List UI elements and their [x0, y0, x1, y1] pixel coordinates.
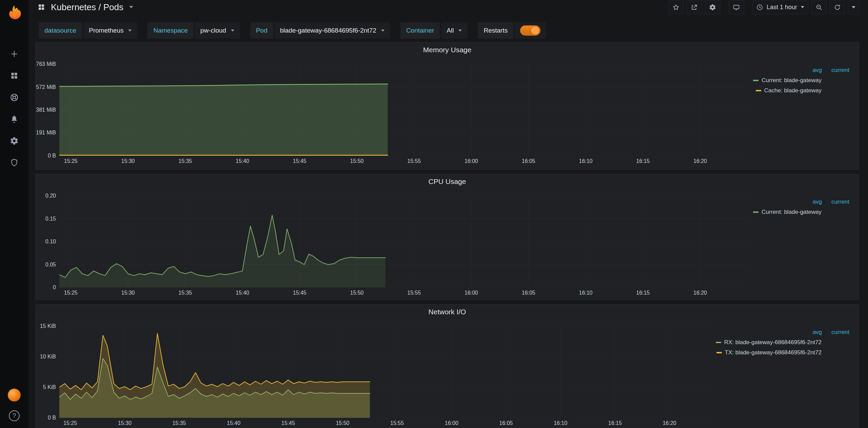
variable-label: Namespace	[147, 22, 193, 39]
x-tick-label: 16:10	[579, 158, 592, 164]
variable-pod: Pod blade-gateway-68684695f6-2nt72	[250, 22, 390, 39]
y-tick-label: 15 KiB	[40, 323, 56, 329]
variable-value-dropdown[interactable]: Prometheus	[83, 22, 137, 39]
restarts-toggle[interactable]	[520, 25, 540, 36]
star-button[interactable]	[668, 0, 684, 14]
chevron-down-icon	[381, 29, 385, 32]
legend-headers: avgcurrent	[717, 329, 849, 336]
help-icon[interactable]: ?	[9, 410, 20, 421]
x-tick-label: 15:40	[236, 158, 249, 164]
share-button[interactable]	[687, 0, 702, 14]
x-tick-label: 16:15	[636, 290, 650, 296]
legend-series[interactable]: RX: blade-gateway-68684695f6-2nt72	[717, 339, 849, 346]
zoom-out-button[interactable]	[811, 0, 827, 14]
toggle-knob	[531, 26, 539, 35]
x-tick-label: 15:35	[178, 158, 192, 164]
explore-icon[interactable]	[9, 92, 19, 103]
variable-container: Container All	[400, 22, 468, 39]
legend-sort-current[interactable]: current	[831, 199, 849, 205]
x-axis: 15:2515:3015:3515:4015:4515:5015:5516:00…	[59, 418, 713, 428]
network-io-graph[interactable]	[59, 326, 713, 418]
chevron-down-icon[interactable]	[129, 5, 134, 9]
user-avatar[interactable]	[8, 389, 21, 402]
legend-sort-avg[interactable]: avg	[813, 329, 822, 336]
create-icon[interactable]	[9, 49, 19, 59]
configuration-gear-icon[interactable]	[9, 136, 19, 146]
legend-sort-avg[interactable]: avg	[813, 199, 822, 205]
x-tick-label: 15:55	[390, 420, 404, 426]
series-color-icon	[753, 80, 758, 81]
variable-value-dropdown[interactable]: blade-gateway-68684695f6-2nt72	[275, 22, 390, 39]
time-picker-button[interactable]: Last 1 hour	[752, 0, 808, 14]
x-tick-label: 16:00	[465, 158, 478, 164]
legend: avgcurrentCurrent: blade-gatewayCache: b…	[746, 57, 859, 94]
template-variables-row: datasource Prometheus Namespace pw-cloud…	[28, 14, 868, 39]
navbar-actions: Last 1 hour	[668, 0, 859, 14]
variable-datasource: datasource Prometheus	[39, 22, 137, 39]
network-io-panel: Network I/O 0 B5 KiB10 KiB15 KiB 15:2515…	[35, 304, 859, 428]
dashboard-title[interactable]: Kubernetes / Pods	[51, 2, 123, 13]
panel-body: 0 B5 KiB10 KiB15 KiB 15:2515:3015:3515:4…	[36, 319, 859, 428]
dashboards-icon[interactable]	[9, 71, 19, 81]
chevron-down-icon	[128, 29, 132, 32]
x-tick-label: 16:05	[522, 290, 535, 296]
x-tick-label: 15:30	[121, 158, 135, 164]
y-tick-label: 572 MiB	[36, 84, 56, 90]
x-tick-label: 15:25	[64, 290, 78, 296]
dashboard-panels: Memory Usage 0 B191 MiB381 MiB572 MiB763…	[28, 39, 868, 428]
x-tick-label: 16:15	[636, 158, 650, 164]
variable-restarts: Restarts	[478, 22, 546, 39]
x-tick-label: 15:30	[118, 420, 132, 426]
cycle-view-monitor-icon[interactable]	[729, 0, 744, 14]
main-area: Kubernetes / Pods	[28, 0, 868, 428]
y-axis: 00.050.100.150.20	[36, 196, 59, 287]
variable-value: Prometheus	[89, 27, 123, 34]
panel-title[interactable]: CPU Usage	[36, 174, 859, 189]
x-tick-label: 15:50	[350, 158, 363, 164]
variable-value: All	[447, 27, 454, 34]
series-color-icon	[756, 90, 761, 91]
x-tick-label: 16:10	[579, 290, 592, 296]
chevron-down-icon	[801, 6, 805, 8]
x-tick-label: 15:25	[64, 158, 78, 164]
y-tick-label: 0.10	[45, 239, 56, 245]
x-tick-label: 15:45	[293, 290, 307, 296]
help-glyph: ?	[13, 412, 16, 420]
sidebar-bottom: ?	[8, 389, 21, 421]
variable-namespace: Namespace pw-cloud	[147, 22, 240, 39]
x-tick-label: 15:55	[407, 158, 421, 164]
variable-value-dropdown[interactable]: pw-cloud	[195, 22, 240, 39]
x-tick-label: 15:50	[350, 290, 363, 296]
legend-sort-avg[interactable]: avg	[813, 67, 822, 74]
variable-label: Container	[400, 22, 440, 39]
server-admin-shield-icon[interactable]	[9, 157, 19, 168]
refresh-button[interactable]	[829, 0, 845, 14]
x-tick-label: 16:05	[499, 420, 513, 426]
y-axis: 0 B191 MiB381 MiB572 MiB763 MiB	[36, 64, 59, 156]
legend-sort-current[interactable]: current	[831, 67, 849, 74]
legend-series[interactable]: Current: blade-gateway	[750, 209, 849, 216]
cpu-chart-canvas	[59, 196, 746, 287]
variable-value-dropdown[interactable]: All	[441, 22, 468, 39]
legend-sort-current[interactable]: current	[831, 329, 849, 336]
memory-usage-graph[interactable]	[59, 64, 746, 156]
restarts-toggle-wrap	[515, 22, 546, 39]
breadcrumb: Kubernetes / Pods	[37, 2, 134, 13]
panel-title[interactable]: Network I/O	[36, 304, 859, 319]
x-tick-label: 16:10	[554, 420, 567, 426]
panel-title[interactable]: Memory Usage	[36, 42, 859, 57]
dashboard-settings-button[interactable]	[705, 0, 721, 14]
legend-series[interactable]: Cache: blade-gateway	[750, 87, 849, 94]
series-name: RX: blade-gateway-68684695f6-2nt72	[724, 339, 822, 346]
plot-column: 15:2515:3015:3515:4015:4515:5015:5516:00…	[59, 189, 746, 299]
panel-body: 0 B191 MiB381 MiB572 MiB763 MiB 15:2515:…	[36, 57, 859, 167]
y-tick-label: 10 KiB	[40, 354, 56, 360]
refresh-interval-dropdown[interactable]	[848, 0, 859, 14]
navbar: Kubernetes / Pods	[28, 0, 868, 14]
alerting-icon[interactable]	[9, 114, 19, 124]
series-name: Current: blade-gateway	[762, 209, 822, 216]
legend-series[interactable]: TX: blade-gateway-68684695f6-2nt72	[717, 349, 849, 356]
grafana-logo[interactable]	[5, 4, 23, 22]
legend-series[interactable]: Current: blade-gateway	[750, 77, 849, 84]
cpu-usage-graph[interactable]	[59, 196, 746, 287]
